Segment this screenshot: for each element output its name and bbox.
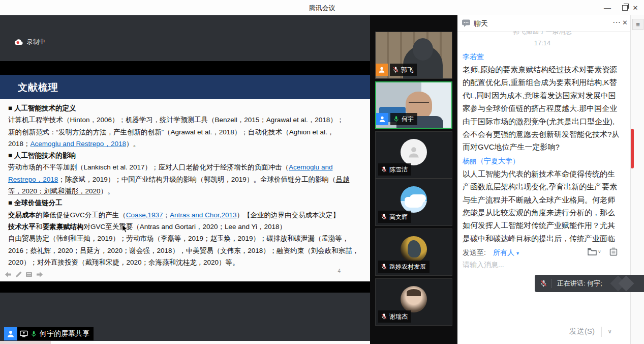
slide-text: 的降低促使GVC分工的产生（ (36, 211, 126, 219)
message-sender[interactable]: 李若萱 (463, 50, 622, 63)
slide-text: 2020）；对外直接投资（戴翔和宋婕，2020；余海燕和沈桂龙，2020）等。 (8, 259, 239, 266)
timestamp: 17:14 (463, 37, 622, 49)
folder-icon (587, 247, 597, 256)
side-rail: ≡ (630, 15, 644, 344)
participant-tile[interactable]: 陈雪洁 (375, 131, 452, 179)
slide-text: 2018； (8, 140, 30, 148)
slide-text: 和 (36, 223, 43, 231)
share-label-box: 何宇的屏幕共享 (17, 327, 94, 340)
send-to-row: 发送至: 所有人 ▾ ˅ (463, 247, 625, 259)
send-button[interactable]: 发送(S) (569, 327, 595, 336)
name-box: 谢瑞杰 (378, 310, 411, 323)
citation-link: 等，2020；刘斌和潘彤，2020 (8, 187, 101, 195)
slide-line: ■ 人工智能技术的影响 (8, 150, 364, 161)
pen-icon (15, 271, 22, 278)
chat-bubble-icon (462, 19, 471, 27)
participant-tile[interactable]: 谢瑞杰 (375, 278, 452, 326)
participant-tile[interactable]: 郭飞 (375, 32, 452, 79)
citation-link: Acemoglu and (289, 163, 332, 171)
share-banner-label: 何宇的屏幕共享 (40, 329, 89, 338)
participant-tile[interactable]: 高文辉 (375, 179, 452, 226)
slide-title: 文献梳理 (18, 81, 58, 94)
slide-text: ■ 人工智能技术的定义 (8, 104, 76, 112)
mic-muted-icon (540, 279, 547, 288)
chat-history-button[interactable]: ˅ (587, 247, 601, 256)
recording-label: 录制中 (27, 38, 45, 46)
slide-line: Restrepo，2018；陈彦斌，2019）；中国产业结构升级的影响（郭凯明，… (8, 174, 364, 185)
slide-text: 交易成本 (8, 211, 36, 219)
message-text: 老师,原始的要素禀赋结构经过技术对要素资源的配置优化后,重新组合成为要素利用结构… (463, 63, 622, 154)
slide-line: 劳动市场的不平等加剧（Lankisch et al. 2017）；应对人口老龄化… (8, 161, 364, 173)
citation-link: Antras and Chor,2013 (170, 211, 236, 219)
announcement-board-icon (609, 247, 618, 256)
slide-text: 劳动市场的不平等加剧（Lankisch et al. 2017）；应对人口老龄化… (8, 163, 289, 171)
slide-area: ■ 人工智能技术的定义计算机工程学技术（Hinton，2006）；机器学习，统计… (0, 99, 370, 281)
slide-title-band: 文献梳理 (0, 75, 370, 99)
slide-body: ■ 人工智能技术的定义计算机工程学技术（Hinton，2006）；机器学习，统计… (8, 102, 364, 268)
name-box: 郭飞 (390, 64, 417, 76)
send-to-label: 发送至: (463, 248, 486, 257)
slide-line: 交易成本的降低促使GVC分工的产生（Coase,1937；Antras and … (8, 209, 364, 221)
chat-message-list[interactable]: 郭飞撤回了一条消息17:14李若萱老师,原始的要素禀赋结构经过技术对要素资源的配… (457, 31, 627, 245)
participant-label: 郭飞 (376, 64, 417, 76)
participant-tile[interactable]: 何宇 (375, 81, 452, 129)
close-button[interactable]: ✕ (627, 0, 644, 15)
message-sender[interactable]: 杨丽（宁夏大学） (463, 155, 622, 167)
avatar (401, 236, 427, 263)
divider (551, 279, 552, 288)
avatar (401, 139, 427, 165)
chat-message-flow: 郭飞撤回了一条消息17:14李若萱老师,原始的要素禀赋结构经过技术对要素资源的配… (463, 31, 622, 245)
announcement-button[interactable] (609, 247, 618, 259)
chat-scrollbar-thumb[interactable] (631, 129, 634, 168)
participant-name: 何宇 (402, 115, 414, 124)
chat-input[interactable]: 请输入消息... (463, 261, 615, 271)
role-badge (376, 64, 388, 76)
recording-indicator: 录制中 (14, 38, 45, 46)
slide-line: ■ 全球价值链分工 (8, 197, 364, 209)
letterbox-top (0, 61, 370, 75)
participant-name: 高文辉 (389, 213, 408, 221)
role-badge (376, 113, 388, 125)
speaking-toast: 正在讲话: 何宇; (535, 275, 644, 292)
mic-active-icon (393, 116, 400, 123)
name-box: 路婷农村发展 (378, 261, 430, 273)
participant-label: 高文辉 (376, 211, 411, 223)
window-titlebar: 腾讯会议 — ✕ (0, 0, 644, 16)
name-box: 陈雪洁 (378, 163, 411, 176)
citation-link: 吕越 (335, 176, 349, 183)
send-to-dropdown[interactable]: 所有人 (493, 248, 514, 257)
slide-text: ）【企业的边界由交易成本决定】 (236, 211, 340, 219)
name-box: 高文辉 (378, 211, 411, 223)
slide-text: ； (163, 211, 170, 219)
prev-slide-icon (4, 271, 12, 278)
participant-name: 谢瑞杰 (389, 312, 408, 321)
chat-menu-icon[interactable]: ⋯ (612, 17, 621, 27)
participant-strip: 郭飞 何宇 陈雪洁 高文辉 路婷农村发展 谢瑞杰 (370, 15, 457, 344)
send-options-chevron-icon[interactable]: ∨ (607, 328, 612, 335)
chevron-down-icon[interactable]: ▾ (516, 250, 519, 256)
citation-link: Acemoglu and Restrepo，2018 (30, 140, 126, 148)
recording-cloud-icon (14, 39, 23, 45)
participant-name: 路婷农村发展 (389, 263, 426, 271)
slide-line: 2018；Acemoglu and Restrepo，2018）。 (8, 138, 364, 150)
participant-label: 何宇 (376, 113, 417, 125)
chat-close-icon[interactable]: ✕ (622, 19, 628, 26)
slide-line: 自由贸易协定（韩剑和王灿，2019）；劳动市场（李磊等，2019；赵玉焕，201… (8, 233, 364, 244)
slide-nav-toolbar (4, 271, 44, 278)
hamburger-menu-icon[interactable]: ≡ (632, 19, 643, 30)
system-message: 郭飞撤回了一条消息 (463, 31, 622, 37)
mic-muted-icon (392, 66, 399, 73)
slide-line: 新的创新范式：“发明方法的方法，产生创新的创新”（Agrawal et al.，… (8, 126, 364, 138)
share-banner: 何宇的屏幕共享 (4, 327, 94, 340)
slide-text: 计算机工程学技术（Hinton，2006）；机器学习，统计学预测工具（Benze… (8, 116, 344, 124)
slide-text: ）。 (101, 187, 114, 195)
chat-header: 聊天 ⋯ ✕ (457, 15, 630, 32)
slide-text: 2016；蔡礼辉，2020；吕延方，2020；谢会强，2018），中美贸易（文伟… (8, 247, 359, 254)
slide-text: 对GVC至关重要（Antras and Gortari，2020；Lee and… (84, 223, 286, 231)
participant-tile[interactable]: 路婷农村发展 (375, 228, 452, 276)
minimize-button[interactable]: — (599, 0, 616, 15)
slide-text: ■ 人工智能技术的影响 (8, 152, 76, 159)
avatar (401, 286, 427, 312)
slide-panel-icon (25, 271, 33, 278)
slide-text: 要素禀赋结构 (43, 223, 84, 231)
